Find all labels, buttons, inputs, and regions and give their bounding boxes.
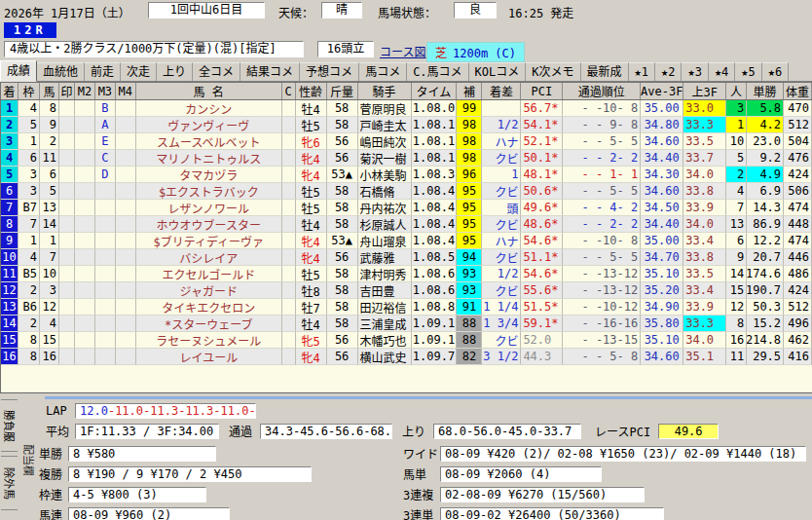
tab-2[interactable]: 血統他 [37, 62, 85, 81]
cell-uma: 4 [40, 316, 59, 332]
cell-pos: 10 [1, 249, 18, 266]
result-row[interactable]: 7B713レザンノワール牡558丹内祐次1.08.495頭49.6*- - 4-… [1, 200, 812, 216]
cell-sexage: 牡4 [296, 216, 327, 233]
cell-mark [59, 216, 75, 233]
col-header-odds: 単勝 [747, 83, 784, 99]
cell-wt: 424 [784, 167, 812, 183]
tab-8[interactable]: 予想コメ [300, 62, 359, 81]
result-row[interactable]: 13B612タイキエクセロン牡758田辺裕信1.08.8911 1/451.5*… [1, 299, 812, 316]
cell-jockey: 木幡巧也 [358, 332, 412, 349]
payout-section-label: 配当欄 [23, 444, 37, 504]
tab-6[interactable]: 全コメ [193, 62, 240, 81]
table-header-row: 着枠馬印M2M3M4馬 名C性齢斤量騎手タイム補着差PCI通過順位Ave-3F上… [1, 83, 812, 100]
cell-m2 [75, 117, 95, 133]
cell-hosei: 99 [457, 100, 482, 117]
cell-jockey: 舟山瑠泉 [358, 233, 412, 249]
side-tab-excluded[interactable]: 除外馬 [1, 456, 18, 510]
cell-name: カンシン [136, 100, 282, 117]
cell-ninki: 12 [726, 299, 747, 316]
cell-waku: 4 [18, 249, 40, 266]
cell-pass: - -10- 8 [563, 100, 641, 117]
cell-last3f: 33.4 [683, 282, 726, 299]
result-row[interactable]: 259Aヴァンヴィーヴ牡558戸崎圭太1.08.1981/254.1*- - 9… [1, 117, 812, 133]
result-row[interactable]: 1424*スターウェーブ牡458三浦皇成1.09.1881 3/459.1*- … [1, 316, 812, 332]
tab-11[interactable]: KOLコメ [469, 62, 527, 81]
cell-name: $ブリティディーヴァ [136, 233, 282, 249]
cell-pci: 59.1* [521, 316, 563, 332]
cell-time: 1.08.1 [412, 133, 458, 150]
tab-5[interactable]: 上り [157, 62, 193, 81]
weather-label: 天候： [278, 4, 314, 20]
tab-12[interactable]: K次メモ [526, 62, 580, 81]
tab-1[interactable]: 成績 [0, 60, 37, 82]
col-header-m3: M3 [95, 83, 116, 99]
cell-uma: 5 [40, 183, 59, 200]
cell-sexage: 牡5 [296, 117, 327, 133]
cell-pos: 13 [1, 299, 18, 316]
cell-odds: 4.9 [747, 167, 784, 183]
tab-10[interactable]: C.馬コメ [407, 62, 468, 81]
pace-row: 平均 1F:11.33 / 3F:34.00 通過 34.3-45.6-56.6… [46, 423, 719, 439]
cell-waku: 2 [18, 282, 40, 299]
tab-17[interactable]: ★4 [709, 62, 735, 81]
cell-odds: 86.9 [747, 216, 784, 233]
cell-time: 1.08.4 [412, 183, 458, 200]
result-row[interactable]: 1047バシレイア牝456武藤雅1.08.594クビ51.1*- - 5- 53… [1, 249, 812, 266]
cell-weight: 58 [327, 282, 358, 299]
cell-hosei: 95 [457, 183, 482, 200]
divider-accent [45, 396, 812, 399]
cell-weight: 56 [327, 332, 358, 349]
tab-3[interactable]: 前走 [85, 62, 121, 81]
result-row[interactable]: 1223ジャガード牡858吉田豊1.08.693クビ55.6*- -13-123… [1, 282, 812, 299]
cell-ave3f: 34.90 [641, 299, 683, 316]
average-value: 1F:11.33 / 3F:34.00 [75, 424, 219, 439]
tab-7[interactable]: 結果コメ [240, 62, 300, 81]
sanrentan-label: 3連単 [403, 506, 440, 520]
cell-time: 1.09.7 [412, 349, 458, 365]
cell-m3 [95, 299, 116, 316]
result-row[interactable]: 16816レイユール牝456横山武史1.09.7823 1/244.3- - 5… [1, 349, 812, 365]
result-row[interactable]: 11B510エクセルゴールド牡558津村明秀1.08.6931/254.6*- … [1, 266, 812, 282]
course-map-link[interactable]: コース図 [380, 43, 425, 59]
result-row[interactable]: 4611Cマリノトニトゥルス牝456菊沢一樹1.08.198クビ50.1*- -… [1, 150, 812, 167]
tab-13[interactable]: 最新成 [581, 62, 629, 81]
cell-wt: 506 [784, 183, 812, 200]
cell-pass: - -10-12 [563, 299, 641, 316]
lap-values: 12.0-11.0-11.3-11.3-11.0-11.4 [75, 403, 256, 419]
result-row[interactable]: 8714ホウオウブースター牡458杉原誠人1.08.495クビ48.6*- - … [1, 216, 812, 233]
payout-umatan: 馬単 08-09 ¥2060 (4) [403, 465, 602, 482]
payout-umaren: 馬連 08-09 ¥960 (2) [39, 506, 230, 520]
result-row[interactable]: 15815ラセーヌシュメール牝556木幡巧也1.09.188クビ52.0- -1… [1, 332, 812, 349]
result-row[interactable]: 635$エクストラバック牡558石橋脩1.08.495クビ50.6*- - 5-… [1, 183, 812, 200]
tab-15[interactable]: ★2 [655, 62, 682, 81]
tab-18[interactable]: ★5 [735, 62, 761, 81]
cell-weight: 58 [327, 117, 358, 133]
tab-16[interactable]: ★3 [682, 62, 708, 81]
cell-jockey: 横山武史 [358, 349, 412, 365]
cell-wt: 512 [784, 117, 812, 133]
result-row[interactable]: 148Bカンシン牡458菅原明良1.08.09956.7*- -10- 835.… [1, 100, 812, 117]
start-time: 16:25 発走 [508, 4, 573, 20]
cell-c [282, 200, 296, 216]
tab-4[interactable]: 次走 [121, 62, 157, 81]
result-row[interactable]: 911$ブリティディーヴァ牝453▲舟山瑠泉1.08.495ハナ54.6*- -… [1, 233, 812, 249]
cell-m3: C [95, 150, 116, 167]
fukusho-value: 8 ¥190 / 9 ¥170 / 2 ¥450 [68, 466, 312, 482]
cell-jockey: 菊沢一樹 [358, 150, 412, 167]
cell-weight: 53▲ [327, 233, 358, 249]
passing-label: 通過 [229, 423, 252, 439]
course-badge: 芝1200m (C) [426, 42, 525, 62]
cell-name: レイユール [136, 349, 282, 365]
cell-uma: 12 [40, 299, 59, 316]
result-row[interactable]: 312Eスムースベルベット牝656嶋田純次1.08.198ハナ52.1*- - … [1, 133, 812, 150]
cell-sexage: 牝4 [296, 349, 327, 365]
tab-9[interactable]: 馬コメ [359, 62, 407, 81]
result-row[interactable]: 536Dタマカヅラ牝453▲小林美駒1.08.396148.1*- - 1- 1… [1, 167, 812, 183]
tab-14[interactable]: ★1 [629, 62, 655, 81]
cell-time: 1.08.1 [412, 150, 458, 167]
tab-19[interactable]: ★6 [762, 62, 789, 81]
cell-last3f: 33.3 [683, 316, 726, 332]
side-tab-silks[interactable]: 勝負服 [1, 399, 18, 452]
course-detail: 1200m (C) [453, 47, 516, 60]
cell-m3 [95, 183, 116, 200]
